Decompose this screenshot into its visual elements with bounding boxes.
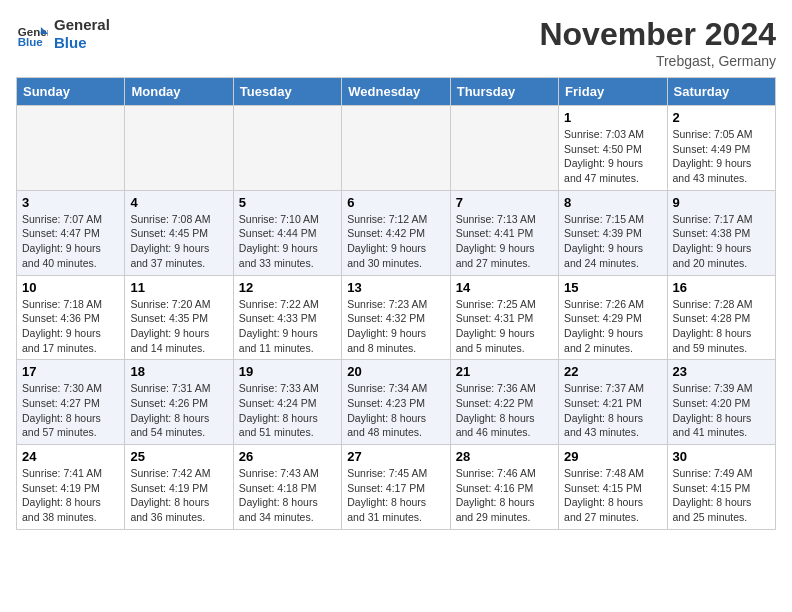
page-header: General Blue General Blue November 2024 … [16,16,776,69]
day-number: 10 [22,280,119,295]
calendar-cell: 16Sunrise: 7:28 AM Sunset: 4:28 PM Dayli… [667,275,775,360]
day-info: Sunrise: 7:39 AM Sunset: 4:20 PM Dayligh… [673,381,770,440]
day-number: 4 [130,195,227,210]
calendar-cell: 19Sunrise: 7:33 AM Sunset: 4:24 PM Dayli… [233,360,341,445]
calendar-cell: 26Sunrise: 7:43 AM Sunset: 4:18 PM Dayli… [233,445,341,530]
calendar-cell: 23Sunrise: 7:39 AM Sunset: 4:20 PM Dayli… [667,360,775,445]
weekday-header-friday: Friday [559,78,667,106]
calendar-cell: 3Sunrise: 7:07 AM Sunset: 4:47 PM Daylig… [17,190,125,275]
day-number: 7 [456,195,553,210]
calendar-cell: 24Sunrise: 7:41 AM Sunset: 4:19 PM Dayli… [17,445,125,530]
day-info: Sunrise: 7:22 AM Sunset: 4:33 PM Dayligh… [239,297,336,356]
day-number: 9 [673,195,770,210]
day-info: Sunrise: 7:13 AM Sunset: 4:41 PM Dayligh… [456,212,553,271]
month-title: November 2024 [539,16,776,53]
logo-icon: General Blue [16,18,48,50]
day-info: Sunrise: 7:45 AM Sunset: 4:17 PM Dayligh… [347,466,444,525]
calendar-cell: 4Sunrise: 7:08 AM Sunset: 4:45 PM Daylig… [125,190,233,275]
calendar-cell: 30Sunrise: 7:49 AM Sunset: 4:15 PM Dayli… [667,445,775,530]
calendar-cell [125,106,233,191]
logo-text-general: General [54,16,110,34]
day-number: 8 [564,195,661,210]
day-info: Sunrise: 7:49 AM Sunset: 4:15 PM Dayligh… [673,466,770,525]
day-number: 22 [564,364,661,379]
day-number: 25 [130,449,227,464]
day-info: Sunrise: 7:34 AM Sunset: 4:23 PM Dayligh… [347,381,444,440]
calendar-cell: 2Sunrise: 7:05 AM Sunset: 4:49 PM Daylig… [667,106,775,191]
day-number: 18 [130,364,227,379]
calendar-cell: 29Sunrise: 7:48 AM Sunset: 4:15 PM Dayli… [559,445,667,530]
calendar-cell: 11Sunrise: 7:20 AM Sunset: 4:35 PM Dayli… [125,275,233,360]
day-info: Sunrise: 7:25 AM Sunset: 4:31 PM Dayligh… [456,297,553,356]
calendar-cell: 20Sunrise: 7:34 AM Sunset: 4:23 PM Dayli… [342,360,450,445]
calendar-cell: 17Sunrise: 7:30 AM Sunset: 4:27 PM Dayli… [17,360,125,445]
day-info: Sunrise: 7:30 AM Sunset: 4:27 PM Dayligh… [22,381,119,440]
calendar-cell: 8Sunrise: 7:15 AM Sunset: 4:39 PM Daylig… [559,190,667,275]
calendar-cell: 13Sunrise: 7:23 AM Sunset: 4:32 PM Dayli… [342,275,450,360]
title-block: November 2024 Trebgast, Germany [539,16,776,69]
calendar-cell: 5Sunrise: 7:10 AM Sunset: 4:44 PM Daylig… [233,190,341,275]
day-number: 29 [564,449,661,464]
calendar-cell: 14Sunrise: 7:25 AM Sunset: 4:31 PM Dayli… [450,275,558,360]
weekday-header-tuesday: Tuesday [233,78,341,106]
day-info: Sunrise: 7:17 AM Sunset: 4:38 PM Dayligh… [673,212,770,271]
calendar-cell [342,106,450,191]
day-info: Sunrise: 7:41 AM Sunset: 4:19 PM Dayligh… [22,466,119,525]
weekday-header-wednesday: Wednesday [342,78,450,106]
calendar-cell: 27Sunrise: 7:45 AM Sunset: 4:17 PM Dayli… [342,445,450,530]
day-info: Sunrise: 7:03 AM Sunset: 4:50 PM Dayligh… [564,127,661,186]
calendar-cell: 12Sunrise: 7:22 AM Sunset: 4:33 PM Dayli… [233,275,341,360]
day-info: Sunrise: 7:26 AM Sunset: 4:29 PM Dayligh… [564,297,661,356]
calendar-cell [17,106,125,191]
location: Trebgast, Germany [539,53,776,69]
day-number: 23 [673,364,770,379]
weekday-header-saturday: Saturday [667,78,775,106]
day-number: 27 [347,449,444,464]
day-info: Sunrise: 7:07 AM Sunset: 4:47 PM Dayligh… [22,212,119,271]
calendar-table: SundayMondayTuesdayWednesdayThursdayFrid… [16,77,776,530]
day-info: Sunrise: 7:15 AM Sunset: 4:39 PM Dayligh… [564,212,661,271]
weekday-header-thursday: Thursday [450,78,558,106]
logo: General Blue General Blue [16,16,110,52]
calendar-cell: 15Sunrise: 7:26 AM Sunset: 4:29 PM Dayli… [559,275,667,360]
day-number: 13 [347,280,444,295]
day-info: Sunrise: 7:36 AM Sunset: 4:22 PM Dayligh… [456,381,553,440]
calendar-cell: 21Sunrise: 7:36 AM Sunset: 4:22 PM Dayli… [450,360,558,445]
calendar-cell: 6Sunrise: 7:12 AM Sunset: 4:42 PM Daylig… [342,190,450,275]
day-info: Sunrise: 7:33 AM Sunset: 4:24 PM Dayligh… [239,381,336,440]
day-number: 26 [239,449,336,464]
calendar-cell: 1Sunrise: 7:03 AM Sunset: 4:50 PM Daylig… [559,106,667,191]
calendar-cell: 25Sunrise: 7:42 AM Sunset: 4:19 PM Dayli… [125,445,233,530]
calendar-cell: 28Sunrise: 7:46 AM Sunset: 4:16 PM Dayli… [450,445,558,530]
day-info: Sunrise: 7:31 AM Sunset: 4:26 PM Dayligh… [130,381,227,440]
day-number: 14 [456,280,553,295]
day-info: Sunrise: 7:28 AM Sunset: 4:28 PM Dayligh… [673,297,770,356]
day-number: 17 [22,364,119,379]
weekday-header-monday: Monday [125,78,233,106]
calendar-cell: 18Sunrise: 7:31 AM Sunset: 4:26 PM Dayli… [125,360,233,445]
day-number: 28 [456,449,553,464]
day-info: Sunrise: 7:20 AM Sunset: 4:35 PM Dayligh… [130,297,227,356]
day-number: 3 [22,195,119,210]
day-info: Sunrise: 7:12 AM Sunset: 4:42 PM Dayligh… [347,212,444,271]
day-info: Sunrise: 7:23 AM Sunset: 4:32 PM Dayligh… [347,297,444,356]
day-number: 6 [347,195,444,210]
day-info: Sunrise: 7:18 AM Sunset: 4:36 PM Dayligh… [22,297,119,356]
day-number: 15 [564,280,661,295]
day-number: 2 [673,110,770,125]
day-info: Sunrise: 7:37 AM Sunset: 4:21 PM Dayligh… [564,381,661,440]
day-info: Sunrise: 7:48 AM Sunset: 4:15 PM Dayligh… [564,466,661,525]
day-number: 19 [239,364,336,379]
day-number: 30 [673,449,770,464]
calendar-cell: 9Sunrise: 7:17 AM Sunset: 4:38 PM Daylig… [667,190,775,275]
day-number: 21 [456,364,553,379]
day-info: Sunrise: 7:46 AM Sunset: 4:16 PM Dayligh… [456,466,553,525]
calendar-cell: 7Sunrise: 7:13 AM Sunset: 4:41 PM Daylig… [450,190,558,275]
day-info: Sunrise: 7:08 AM Sunset: 4:45 PM Dayligh… [130,212,227,271]
day-number: 16 [673,280,770,295]
day-info: Sunrise: 7:43 AM Sunset: 4:18 PM Dayligh… [239,466,336,525]
day-number: 20 [347,364,444,379]
calendar-cell: 10Sunrise: 7:18 AM Sunset: 4:36 PM Dayli… [17,275,125,360]
day-info: Sunrise: 7:10 AM Sunset: 4:44 PM Dayligh… [239,212,336,271]
day-number: 12 [239,280,336,295]
